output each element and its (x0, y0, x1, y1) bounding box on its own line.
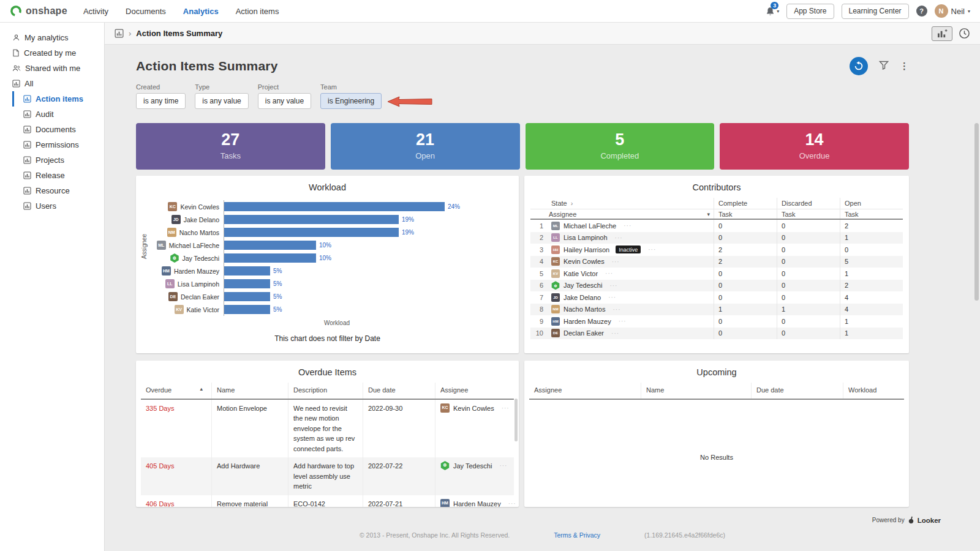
workload-value-label: 5% (273, 268, 282, 274)
row-menu-icon[interactable]: ··· (605, 270, 613, 277)
sidebar-item-created-by-me[interactable]: Created by me (0, 45, 104, 61)
sidebar-item-projects[interactable]: Projects (12, 152, 104, 168)
task-measure-header[interactable]: Task (714, 209, 777, 219)
upcoming-column-due-date[interactable]: Due date (751, 383, 843, 399)
filters-toggle-button[interactable] (879, 60, 889, 72)
sidebar-item-documents[interactable]: Documents (12, 122, 104, 137)
workload-bar[interactable] (224, 215, 399, 224)
filter-created: Createdis any time (136, 83, 186, 109)
sidebar-item-permissions[interactable]: Permissions (12, 137, 104, 152)
overdue-name-value: Remove material from rear casing (211, 495, 288, 508)
filter-value-type[interactable]: is any value (195, 93, 248, 109)
overdue-column-assignee[interactable]: Assignee (435, 383, 514, 399)
workload-bar-row: MLMichael LaFleche10% (164, 239, 519, 252)
sort-caret-icon[interactable]: ▾ (707, 211, 710, 217)
state-column-complete[interactable]: Complete (714, 198, 777, 209)
row-menu-icon[interactable]: ··· (624, 222, 631, 229)
sidebar-item-release[interactable]: Release (12, 168, 104, 183)
sidebar-item-audit[interactable]: Audit (12, 107, 104, 122)
row-menu-icon[interactable]: ··· (615, 234, 623, 241)
sidebar-item-label: Resource (36, 186, 70, 195)
workload-bar[interactable] (224, 253, 316, 263)
row-menu-icon[interactable]: ··· (612, 306, 620, 313)
avatar-nacho-martos: NM (551, 305, 560, 313)
state-column-open[interactable]: Open (840, 198, 903, 209)
workload-value-label: 5% (273, 280, 282, 287)
user-menu[interactable]: N Neil ▾ (935, 4, 970, 18)
sidebar-item-action-items[interactable]: Action items (12, 91, 104, 107)
sidebar-item-label: Audit (36, 110, 54, 119)
upcoming-column-name[interactable]: Name (641, 383, 751, 399)
nav-item-analytics[interactable]: Analytics (183, 7, 219, 16)
sidebar-item-users[interactable]: Users (12, 198, 104, 214)
sidebar-item-all[interactable]: All (0, 76, 104, 91)
task-measure-header[interactable]: Task (777, 209, 840, 219)
filter-value-team[interactable]: is Engineering (320, 93, 382, 109)
workload-bar[interactable] (224, 228, 399, 237)
workload-value-label: 24% (448, 203, 460, 210)
filter-value-project[interactable]: is any value (258, 93, 311, 109)
row-menu-icon[interactable]: ··· (502, 403, 510, 413)
assignee-column-header[interactable]: Assignee (549, 211, 576, 218)
main-scrollbar[interactable] (974, 123, 979, 301)
workload-bar[interactable] (224, 266, 270, 276)
learning-center-button[interactable]: Learning Center (842, 4, 909, 19)
pivot-expand-icon[interactable]: › (571, 200, 573, 207)
workload-bar[interactable] (224, 279, 270, 288)
brand-wordmark: onshape (26, 6, 67, 17)
workload-bar[interactable] (224, 202, 445, 211)
filter-value-created[interactable]: is any time (136, 93, 186, 109)
overdue-column-description[interactable]: Description (288, 383, 363, 399)
contributors-title: Contributors (524, 176, 909, 197)
workload-bar[interactable] (224, 305, 270, 314)
contributor-open-value: 1 (840, 315, 903, 328)
sort-asc-icon[interactable]: ▴ (200, 385, 203, 394)
row-menu-icon[interactable]: ··· (508, 499, 516, 508)
state-column-discarded[interactable]: Discarded (777, 198, 840, 209)
terms-privacy-link[interactable]: Terms & Privacy (554, 531, 600, 539)
overdue-column-name[interactable]: Name (211, 383, 288, 399)
avatar-kevin-cowles: KC (440, 403, 450, 413)
row-menu-icon[interactable]: ··· (612, 258, 620, 265)
help-button[interactable]: ? (916, 6, 927, 17)
workload-bar[interactable] (224, 241, 316, 250)
row-menu-icon[interactable]: ··· (499, 461, 507, 470)
overdue-column-due-date[interactable]: Due date (363, 383, 435, 399)
upcoming-column-assignee[interactable]: Assignee (529, 383, 641, 399)
main-area: › Action Items Summary Action Items Summ… (105, 23, 980, 551)
contributor-name: Katie Victor (564, 270, 598, 277)
row-menu-icon[interactable]: ··· (611, 330, 619, 337)
workload-bar[interactable] (224, 292, 270, 301)
overdue-column-overdue[interactable]: Overdue▴ (141, 383, 211, 399)
notifications-button[interactable]: 3 ▾ (765, 6, 779, 17)
row-menu-icon[interactable]: ··· (648, 246, 656, 253)
sidebar-item-shared-with-me[interactable]: Shared with me (0, 61, 104, 76)
workload-value-label: 10% (319, 255, 331, 261)
task-measure-header[interactable]: Task (840, 209, 903, 219)
sidebar-item-my-analytics[interactable]: My analytics (0, 30, 104, 45)
sidebar-item-label: Action items (36, 94, 83, 103)
workload-bar-track: 5% (224, 290, 519, 303)
assignee-name: Lisa Lampinoh (178, 280, 219, 288)
nav-item-documents[interactable]: Documents (126, 7, 166, 16)
history-button[interactable] (959, 28, 970, 39)
refresh-button[interactable] (850, 57, 868, 75)
sidebar-item-resource[interactable]: Resource (12, 183, 104, 198)
row-menu-icon[interactable]: ··· (609, 282, 617, 289)
row-menu-icon[interactable]: ··· (619, 318, 627, 324)
top-navigation: onshape ActivityDocumentsAnalyticsAction… (0, 0, 980, 23)
nav-item-activity[interactable]: Activity (83, 7, 108, 16)
add-to-dashboard-button[interactable] (932, 26, 952, 41)
upcoming-column-workload[interactable]: Workload (843, 383, 904, 399)
kpi-card-open: 21Open (331, 123, 520, 170)
refresh-icon (854, 61, 864, 71)
nav-item-action-items[interactable]: Action items (236, 7, 279, 16)
overdue-scrollbar[interactable] (514, 399, 518, 441)
app-store-button[interactable]: App Store (786, 4, 834, 19)
dashboard-more-menu[interactable]: ⋮ (900, 61, 909, 72)
row-menu-icon[interactable]: ··· (608, 294, 616, 301)
contributor-assignee-cell: HMHarden Mauzey··· (546, 317, 714, 326)
contributor-open-value: 0 (840, 244, 903, 256)
onshape-logo[interactable]: onshape (10, 5, 67, 17)
contributor-row: 10DEDeclan Eaker···001 (530, 328, 903, 340)
